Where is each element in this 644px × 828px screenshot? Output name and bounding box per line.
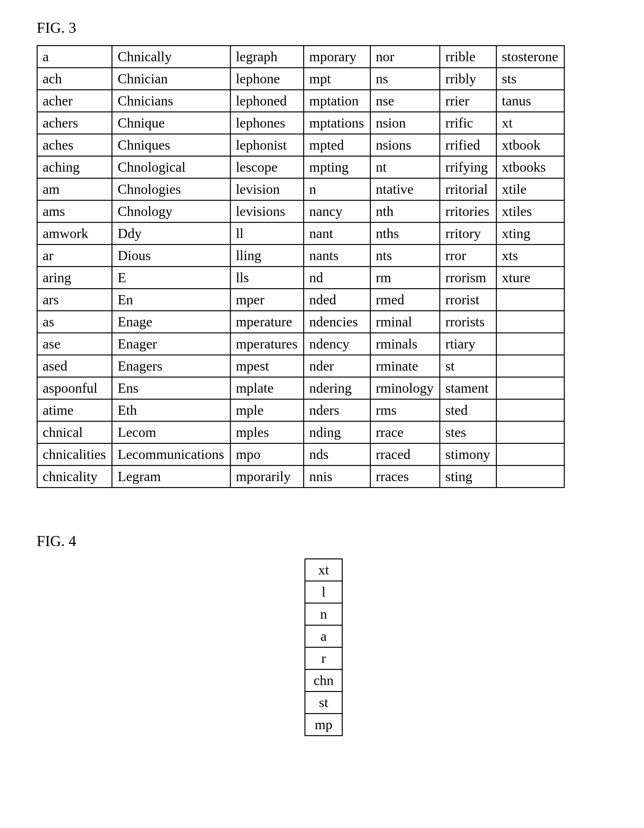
table-cell [496,444,564,466]
table-cell: stament [440,377,496,399]
table-cell: xting [496,223,564,245]
table-cell: nders [304,399,371,422]
table-cell [496,333,564,355]
table-cell: nse [370,90,440,112]
table-cell: chnicality [37,466,112,488]
table-cell: Chniques [112,134,230,156]
table-cell: stosterone [496,46,564,68]
table-cell: nths [370,223,440,245]
table-row: arsEnmperndedrmedrrorist [37,289,564,311]
table-cell: l [305,581,342,603]
table-row: aringEllsndrmrrorismxture [37,267,564,289]
table-cell: rritories [440,201,496,223]
table-cell [496,355,564,377]
table-cell: nsion [370,112,440,134]
table-cell: levision [230,178,303,201]
table-cell: Chnology [112,201,230,223]
table-cell: lephonist [230,134,303,156]
table-cell: rrible [440,46,496,68]
table-cell: ams [37,201,112,223]
table-cell: r [305,648,342,670]
table-cell: a [37,46,112,68]
table-cell: Enage [112,311,230,333]
table-cell: st [305,692,342,714]
table-cell: rrorism [440,267,496,289]
table-cell: ndering [304,377,371,399]
table-cell: nded [304,289,371,311]
table-cell: ar [37,245,112,267]
table-cell: Enagers [112,355,230,377]
table-cell: aches [37,134,112,156]
table-cell: nding [304,422,371,444]
table-row: xt [305,559,342,581]
table-cell: ndency [304,333,371,355]
table-cell: lephones [230,112,303,134]
table-cell: Dious [112,245,230,267]
table-cell: mpo [230,444,303,466]
table-cell: rmed [370,289,440,311]
table-cell: xture [496,267,564,289]
table-cell: rminals [370,333,440,355]
table-row: chnicalitiesLecommunicationsmpondsrraced… [37,444,564,466]
table-row: asedEnagersmpestnderrminatest [37,355,564,377]
table-cell: xts [496,245,564,267]
table-cell: sted [440,399,496,422]
table-cell: stimony [440,444,496,466]
table-cell: Chnically [112,46,230,68]
table-row: chnicalLecommplesndingrracestes [37,422,564,444]
table-cell [496,311,564,333]
table-cell: aching [37,156,112,178]
table-cell: ased [37,355,112,377]
table-cell: mpted [304,134,371,156]
table-row: n [305,603,342,625]
fig3-table: aChnicallylegraphmporarynorrriblestoster… [37,45,565,488]
table-cell: Chnological [112,156,230,178]
table-cell: mpest [230,355,303,377]
table-row: chnicalityLegrammporarilynnisrracessting [37,466,564,488]
table-cell: xtiles [496,201,564,223]
table-cell: lls [230,267,303,289]
fig3-table-wrap: aChnicallylegraphmporarynorrriblestoster… [37,45,613,488]
table-row: achingChnologicallescopemptingntrrifying… [37,156,564,178]
table-row: amChnologieslevisionnntativerritorialxti… [37,178,564,201]
table-cell: aring [37,267,112,289]
fig3-label: FIG. 3 [37,19,613,36]
table-cell: sting [440,466,496,488]
fig4-table: xtlnarchnstmp [305,558,343,736]
table-cell: ns [370,68,440,90]
table-cell: st [440,355,496,377]
table-cell: rror [440,245,496,267]
table-row: mp [305,714,342,736]
table-cell: a [305,625,342,648]
table-cell: nder [304,355,371,377]
table-cell: Eth [112,399,230,422]
table-row: aChnicallylegraphmporarynorrriblestoster… [37,46,564,68]
table-cell [496,422,564,444]
table-cell: nants [304,245,371,267]
table-cell [496,466,564,488]
table-cell: amwork [37,223,112,245]
table-cell: rrified [440,134,496,156]
table-cell: rm [370,267,440,289]
table-cell: mpt [304,68,371,90]
table-cell: xt [305,559,342,581]
table-cell: Chnician [112,68,230,90]
table-cell: nsions [370,134,440,156]
table-cell: atime [37,399,112,422]
table-row: achChnicianlephonemptnsrriblysts [37,68,564,90]
table-cell: as [37,311,112,333]
table-cell: Ddy [112,223,230,245]
table-cell: Legram [112,466,230,488]
table-cell: nancy [304,201,371,223]
table-cell: xtile [496,178,564,201]
table-cell: rraced [370,444,440,466]
table-cell [496,399,564,422]
table-row: acherChnicianslephonedmptationnserrierta… [37,90,564,112]
table-cell: mperatures [230,333,303,355]
table-cell: mp [305,714,342,736]
table-cell: lescope [230,156,303,178]
table-cell: n [304,178,371,201]
table-cell: mporary [304,46,371,68]
table-cell: Ens [112,377,230,399]
table-cell: rraces [370,466,440,488]
